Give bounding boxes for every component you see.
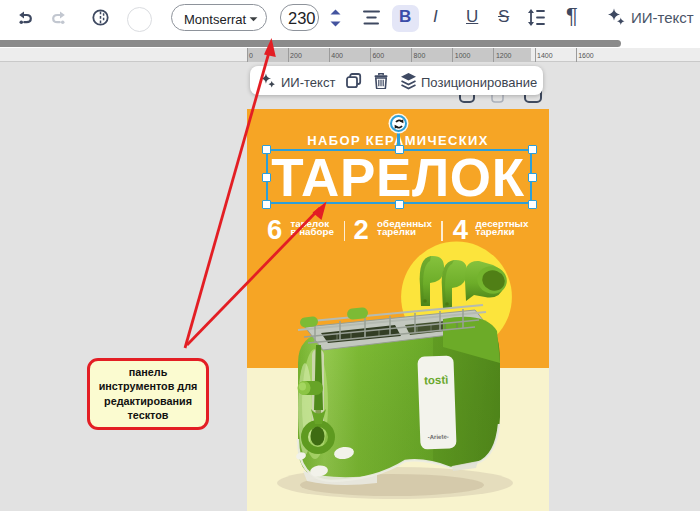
svg-text:-Ariete-: -Ariete-	[428, 434, 449, 441]
svg-text:tostì: tostì	[424, 374, 449, 387]
